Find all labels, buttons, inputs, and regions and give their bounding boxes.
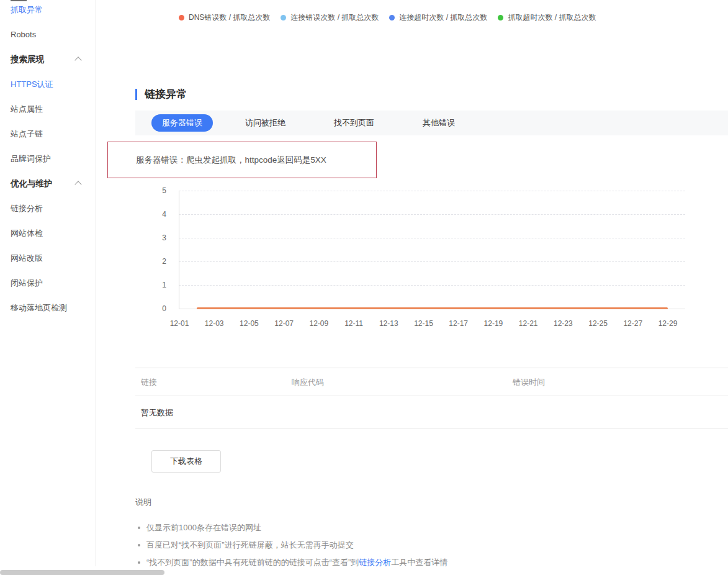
x-axis-tick-label: 12-27 (618, 319, 649, 328)
y-axis-tick-label: 4 (149, 210, 166, 219)
sidebar-item[interactable]: HTTPS认证 (0, 72, 96, 97)
sidebar-item-label: 网站体检 (11, 229, 43, 238)
link-analysis-link[interactable]: 链接分析 (359, 558, 391, 567)
table-column-header: 响应代码 (292, 368, 324, 397)
note-text: “找不到页面”的数据中具有死链前链的的链接可点击“查看”到链接分析工具中查看详情 (146, 558, 447, 567)
note-text: 百度已对“找不到页面”进行死链屏蔽，站长无需再手动提交 (146, 540, 354, 550)
sidebar-section-header[interactable]: 搜索展现 (0, 47, 96, 72)
legend-label: 连接错误次数 / 抓取总次数 (290, 12, 379, 23)
y-axis-tick-label: 0 (149, 304, 166, 313)
y-axis-line (179, 191, 179, 309)
page-title: 链接异常 (145, 87, 187, 101)
sidebar-item[interactable]: 品牌词保护 (0, 147, 96, 171)
x-axis-tick-label: 12-03 (199, 319, 230, 328)
gridline (179, 285, 685, 286)
tab-item[interactable]: 其他错误 (423, 111, 455, 135)
sidebar-item-label: 优化与维护 (11, 179, 53, 188)
sidebar-item[interactable]: 链接分析 (0, 196, 96, 221)
empty-state-text: 暂无数据 (141, 396, 173, 429)
table-column-header: 链接 (141, 368, 157, 397)
series-line (197, 307, 668, 309)
download-table-button[interactable]: 下载表格 (151, 450, 221, 473)
bullet-icon (138, 561, 140, 564)
legend-dot-icon (389, 15, 395, 20)
sidebar-item-label: HTTPS认证 (11, 79, 53, 89)
note-text: 仅显示前1000条存在错误的网址 (146, 523, 261, 532)
legend-label: DNS错误数 / 抓取总次数 (189, 12, 270, 23)
sidebar-item-label: 链接分析 (11, 204, 43, 213)
sidebar-item[interactable]: 站点子链 (0, 122, 96, 147)
legend-item[interactable]: 抓取超时次数 / 抓取总次数 (498, 12, 596, 23)
legend-dot-icon (281, 15, 286, 20)
error-description: 服务器错误：爬虫发起抓取，httpcode返回码是5XX (136, 142, 326, 178)
line-chart: 01234512-0112-0312-0512-0712-0912-1112-1… (149, 186, 695, 338)
legend-item[interactable]: 连接错误次数 / 抓取总次数 (281, 12, 379, 23)
x-axis-tick-label: 12-23 (547, 319, 578, 328)
chevron-up-icon[interactable] (74, 181, 81, 188)
sidebar: 抓取异常Robots搜索展现HTTPS认证站点属性站点子链品牌词保护优化与维护链… (0, 0, 96, 566)
notes-section: 说明 仅显示前1000条存在错误的网址百度已对“找不到页面”进行死链屏蔽，站长无… (135, 497, 694, 571)
bullet-icon (138, 544, 140, 546)
tab-item[interactable]: 找不到页面 (334, 111, 374, 135)
sidebar-item[interactable]: 抓取异常 (0, 0, 96, 22)
sidebar-item[interactable]: 网站体检 (0, 221, 96, 246)
horizontal-scrollbar-thumb[interactable] (0, 570, 164, 575)
chevron-up-icon[interactable] (74, 57, 81, 63)
note-item: “找不到页面”的数据中具有死链前链的的链接可点击“查看”到链接分析工具中查看详情 (135, 554, 694, 571)
title-accent-bar (135, 89, 137, 100)
x-axis-tick-label: 12-15 (408, 319, 439, 328)
note-text-part: “找不到页面”的数据中具有死链前链的的链接可点击“查看”到 (146, 558, 359, 567)
legend-dot-icon (179, 15, 184, 20)
gridline (179, 238, 685, 238)
sidebar-item-label: 品牌词保护 (11, 154, 51, 163)
note-text-part: 百度已对“找不到页面”进行死链屏蔽，站长无需再手动提交 (146, 540, 354, 550)
table-column-header: 错误时间 (513, 368, 545, 397)
tab-item[interactable]: 访问被拒绝 (245, 111, 285, 135)
legend-item[interactable]: 连接超时次数 / 抓取总次数 (389, 12, 487, 23)
sidebar-item[interactable]: 网站改版 (0, 246, 96, 271)
error-description-highlight-box: 服务器错误：爬虫发起抓取，httpcode返回码是5XX (107, 142, 377, 178)
legend-dot-icon (498, 15, 503, 20)
legend-label: 抓取超时次数 / 抓取总次数 (508, 12, 596, 23)
tab-active-item[interactable]: 服务器错误 (151, 114, 213, 132)
note-item: 仅显示前1000条存在错误的网址 (135, 519, 694, 537)
sidebar-item-label: 站点属性 (11, 104, 43, 114)
sidebar-section-header[interactable]: 优化与维护 (0, 171, 96, 196)
sidebar-item-label: 抓取异常 (11, 5, 43, 14)
legend-item[interactable]: DNS错误数 / 抓取总次数 (179, 12, 270, 23)
sidebar-nav: 抓取异常Robots搜索展现HTTPS认证站点属性站点子链品牌词保护优化与维护链… (0, 0, 96, 320)
x-axis-tick-label: 12-07 (269, 319, 300, 328)
x-axis-tick-label: 12-13 (373, 319, 404, 328)
gridline (179, 191, 685, 191)
notes-list: 仅显示前1000条存在错误的网址百度已对“找不到页面”进行死链屏蔽，站长无需再手… (135, 519, 694, 571)
x-axis-tick-label: 12-09 (303, 319, 335, 328)
y-axis-tick-label: 5 (149, 186, 166, 195)
table-header-row: 链接响应代码错误时间 (135, 368, 728, 396)
note-text-part: 工具中查看详情 (391, 558, 447, 567)
sidebar-item-label: 站点子链 (11, 129, 43, 138)
table-empty-row: 暂无数据 (135, 396, 728, 429)
error-table: 链接响应代码错误时间 暂无数据 (135, 368, 728, 429)
x-axis-tick-label: 12-25 (583, 319, 614, 328)
x-axis-tick-label: 12-29 (652, 319, 683, 328)
notes-title: 说明 (135, 497, 694, 508)
legend-label: 连接超时次数 / 抓取总次数 (399, 12, 487, 23)
y-axis-tick-label: 2 (149, 257, 166, 266)
note-item: 百度已对“找不到页面”进行死链屏蔽，站长无需再手动提交 (135, 537, 694, 554)
sidebar-item[interactable]: 站点属性 (0, 97, 96, 122)
x-axis-tick-label: 12-05 (233, 319, 264, 328)
sidebar-item[interactable]: 闭站保护 (0, 271, 96, 296)
x-axis-tick-label: 12-17 (443, 319, 474, 328)
sidebar-item[interactable]: Robots (0, 22, 96, 47)
x-axis-tick-label: 12-01 (164, 319, 195, 328)
x-axis-tick-label: 12-19 (478, 319, 509, 328)
sidebar-item[interactable]: 移动落地页检测 (0, 296, 96, 320)
gridline (179, 261, 685, 262)
section-header: 链接异常 (135, 87, 187, 101)
sidebar-item-label: 闭站保护 (11, 278, 43, 288)
page-root: 抓取异常Robots搜索展现HTTPS认证站点属性站点子链品牌词保护优化与维护链… (0, 0, 728, 575)
sidebar-item-label: 搜索展现 (11, 55, 44, 64)
x-axis-tick-label: 12-21 (513, 319, 544, 328)
gridline (179, 214, 685, 215)
sidebar-item-label: 网站改版 (11, 253, 43, 263)
